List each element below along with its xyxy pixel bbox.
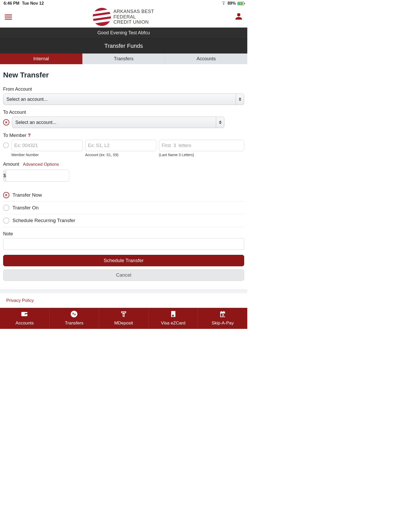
status-time: 6:46 PM — [4, 1, 19, 6]
member-number-input[interactable] — [11, 140, 83, 151]
greeting: Good Evening Test Abfcu — [0, 28, 247, 38]
menu-button[interactable] — [5, 15, 12, 19]
privacy-policy-link[interactable]: Privacy Policy — [0, 293, 247, 308]
from-account-select[interactable]: Select an account... — [3, 94, 244, 105]
nav-visa[interactable]: Visa eZCard — [149, 308, 198, 329]
nav-skip-label: Skip-A-Pay — [212, 321, 234, 326]
nav-transfers[interactable]: Transfers — [50, 308, 99, 329]
option-transfer-now-label: Transfer Now — [12, 192, 42, 198]
svg-point-0 — [71, 311, 78, 317]
battery-icon: ⚡ — [237, 2, 244, 5]
tab-accounts[interactable]: Accounts — [165, 54, 247, 64]
battery-percent: 89% — [228, 1, 236, 6]
to-account-radio-selected[interactable]: ✕ — [3, 119, 9, 125]
atm-icon — [120, 310, 128, 319]
calendar-skip-icon — [219, 310, 227, 319]
member-account-sub: Account (ex: S1, S9) — [85, 153, 156, 157]
brand-line1: ARKANSAS BEST — [114, 9, 154, 14]
radio-selectedদs-icon: ✕ — [3, 192, 9, 198]
to-member-label: To Member ? — [3, 133, 244, 138]
tabs: Internal Transfers Accounts — [0, 54, 247, 64]
member-lastname-input[interactable] — [159, 140, 244, 151]
tab-accounts-label: Accounts — [197, 56, 216, 61]
profile-button[interactable] — [235, 12, 243, 21]
logo-icon — [93, 8, 111, 26]
nav-visa-label: Visa eZCard — [161, 321, 185, 326]
note-input[interactable] — [3, 238, 244, 250]
wifi-icon — [221, 1, 226, 6]
to-account-placeholder: Select an account... — [12, 120, 216, 125]
status-date: Tue Nov 12 — [22, 1, 44, 6]
amount-input[interactable] — [6, 170, 69, 181]
cancel-button[interactable]: Cancel — [3, 269, 244, 281]
to-account-label: To Account — [3, 110, 244, 115]
option-transfer-on-label: Transfer On — [12, 205, 39, 211]
page-title: Transfer Funds — [0, 38, 247, 54]
tab-transfers[interactable]: Transfers — [83, 54, 165, 64]
brand-line2: FEDERAL — [114, 14, 154, 20]
chevron-updown-icon — [236, 94, 244, 105]
wallet-icon — [21, 310, 29, 319]
member-number-sub: Member Number — [11, 153, 83, 157]
nav-mdeposit[interactable]: MDeposit — [99, 308, 149, 329]
divider — [0, 290, 247, 293]
to-member-radio[interactable] — [3, 142, 9, 148]
privacy-policy-label: Privacy Policy — [6, 298, 34, 303]
app-header: ARKANSAS BEST FEDERAL CREDIT UNION — [0, 6, 247, 28]
tab-internal[interactable]: Internal — [0, 54, 83, 64]
status-bar: 6:46 PM Tue Nov 12 89% ⚡ — [0, 0, 247, 6]
schedule-transfer-button[interactable]: Schedule Transfer — [3, 255, 244, 266]
schedule-transfer-label: Schedule Transfer — [104, 258, 144, 263]
tab-transfers-label: Transfers — [114, 56, 133, 61]
nav-transfers-label: Transfers — [65, 321, 83, 326]
member-lastname-sub: (Last Name 3 Letters) — [159, 153, 244, 157]
nav-skip-a-pay[interactable]: Skip-A-Pay — [198, 308, 247, 329]
to-account-select[interactable]: Select an account... — [12, 117, 224, 128]
option-recurring-label: Schedule Recurring Transfer — [12, 218, 75, 223]
note-label: Note — [3, 231, 244, 237]
radio-icon — [3, 217, 9, 224]
transfer-icon — [70, 310, 78, 319]
from-account-placeholder: Select an account... — [3, 97, 236, 102]
option-transfer-now[interactable]: ✕ Transfer Now — [3, 189, 244, 202]
option-transfer-on[interactable]: Transfer On — [3, 202, 244, 214]
amount-input-group: $ — [3, 170, 69, 182]
tab-internal-label: Internal — [33, 56, 49, 61]
from-account-label: From Account — [3, 87, 244, 92]
currency-symbol: $ — [3, 170, 6, 181]
member-account-input[interactable] — [85, 140, 156, 151]
advanced-options-link[interactable]: Advanced Options — [23, 162, 59, 167]
brand-line3: CREDIT UNION — [114, 19, 154, 25]
help-icon[interactable]: ? — [28, 133, 31, 138]
bottom-nav: Accounts Transfers MDeposit Visa eZCard … — [0, 308, 247, 329]
cancel-label: Cancel — [116, 272, 131, 278]
radio-icon — [3, 205, 9, 211]
nav-accounts[interactable]: Accounts — [0, 308, 50, 329]
brand: ARKANSAS BEST FEDERAL CREDIT UNION — [93, 8, 154, 26]
to-member-label-text: To Member — [3, 133, 26, 138]
chevron-updown-icon — [216, 117, 224, 128]
nav-accounts-label: Accounts — [16, 321, 34, 326]
amount-label: Amount — [3, 162, 19, 167]
content: New Transfer From Account Select an acco… — [0, 64, 247, 284]
form-heading: New Transfer — [3, 71, 244, 79]
receipt-icon — [169, 310, 177, 319]
nav-mdeposit-label: MDeposit — [114, 321, 133, 326]
option-recurring[interactable]: Schedule Recurring Transfer — [3, 214, 244, 227]
